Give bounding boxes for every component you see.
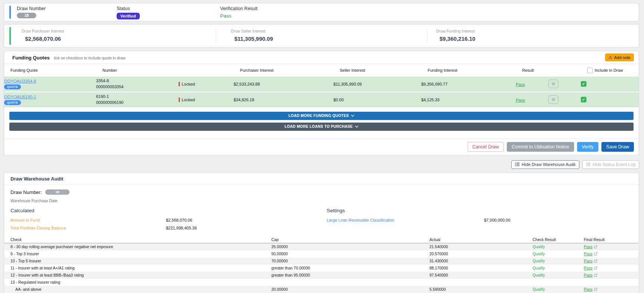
include-in-draw-checkbox[interactable]: ✓ [581,97,586,102]
draw-number-label: Draw Number [17,6,117,11]
row-purchaser-interest: $34,826.18 [234,98,333,102]
row-seller-interest: $11,305,990.09 [333,82,421,86]
quote-link[interactable]: ODYQAU6190-1 [4,95,36,99]
double-chevron-down-icon [551,98,556,102]
locked-icon [179,82,180,86]
funding-quotes-title-group: Funding Quotes tick on checkbox to inclu… [12,54,126,61]
col-include-in-draw: Include in Draw [595,68,623,73]
quote-number-long: 000000003354 [96,84,179,90]
warning-icon: ⚠ [608,55,612,60]
large-loan-classification-value: $7,000,000.00 [484,218,639,222]
check-actual: 31.430000 [429,259,533,263]
quote-link[interactable]: ODYQAU3354-8 [4,79,36,83]
check-cap: 50.00000 [271,252,429,256]
check-result: Qualify [533,266,584,270]
check-name: 11 - Insurer with at least A+/A1 rating [10,266,271,270]
check-cap: greater than 70.00000 [271,266,429,270]
expand-quote-button[interactable] [548,80,558,88]
check-result: Qualify [533,287,584,292]
check-row: 11 - Insurer with at least A+/A1 rating … [4,265,639,272]
check-name: 8 - 30 day rolling average purchaser neg… [10,244,271,249]
calculated-heading: Calculated [10,208,166,215]
lock-status: Locked [182,82,195,86]
draw-warehouse-audit-card: Draw Warehouse Audit Draw Number: 18 War… [4,173,639,293]
verify-button[interactable]: Verify [577,142,598,152]
total-portfolio-closing-balance-value: $221,998,405.36 [166,226,327,230]
external-link-icon [594,266,597,270]
large-loan-classification-link[interactable]: Large Loan Receivable Classification [327,218,394,222]
final-result-link[interactable]: Pass [584,266,592,270]
col-funding-interest: Funding Interest [428,68,522,73]
total-portfolio-closing-balance-link[interactable]: Total Portfolio Closing Balance [10,226,66,230]
draw-number-badge: 18 [17,13,36,18]
quote-number-long: 000000006190 [96,100,179,106]
final-result-link[interactable]: Pass [584,287,592,292]
checks-table: Check Cap Actual Check Result Final Resu… [4,237,639,293]
amount-to-fund-link[interactable]: Amount to Fund [10,218,40,222]
final-result-link[interactable]: Pass [584,244,592,249]
col-purchaser-interest: Purchaser Interest [240,68,340,73]
check-cap: 25.00000 [271,244,429,249]
expand-quote-button[interactable] [548,95,558,104]
external-link-icon [594,259,597,263]
check-row: 8 - 30 day rolling average purchaser neg… [4,243,639,250]
hide-audit-label: Hide Draw Warehouse Audit [522,162,576,167]
chevron-down-icon [351,115,354,117]
settings-heading: Settings [327,208,484,215]
check-name: 13 - Regulated insurer rating [10,280,271,284]
check-group-row: 13 - Regulated insurer rating [4,279,639,286]
lock-status: Locked [182,98,195,102]
col-number: Number [102,68,185,73]
col-result: Result [522,68,555,73]
load-more-loans-button[interactable]: LOAD MORE LOANS TO PURCHASE [9,123,634,131]
funding-quotes-title: Funding Quotes [12,55,50,61]
interest-summary-card: Draw Purchaser Interest $2,568,070.06 Dr… [4,24,639,47]
final-result-link[interactable]: Pass [584,273,592,277]
hide-status-event-log-button[interactable]: Hide Status Event Log [582,160,639,169]
locked-icon [179,98,180,102]
check-row: 10 - Top 5 Insurer 70.00000 31.430000 Qu… [4,257,639,265]
green-accent-bar [9,27,11,45]
funding-quote-row: ODYQAU6190-1 QUOTE 6190-1 000000006190 L… [4,92,639,108]
check-actual: 20.570000 [429,252,533,256]
final-result-link[interactable]: Pass [584,259,592,263]
panel-toggles-row: Hide Draw Warehouse Audit Hide Status Ev… [4,160,639,169]
include-in-draw-checkbox[interactable]: ✓ [581,81,586,87]
funding-quotes-card: Funding Quotes tick on checkbox to inclu… [4,51,639,155]
check-row: 9 - Top 3 Insurer 50.00000 20.570000 Qua… [4,250,639,257]
check-actual: 5.590000 [429,287,533,292]
row-funding-interest: $9,356,090.77 [421,82,516,86]
check-cap: 20.00000 [271,287,429,292]
col-seller-interest: Seller Interest [340,68,428,73]
result-pass-link[interactable]: Pass [516,82,525,87]
check-actual: 21.540000 [429,244,533,249]
funding-quotes-header-row: Funding Quote Number Purchaser Interest … [4,64,639,77]
seller-interest-value: $11,305,990.09 [234,36,427,42]
quote-badge: QUOTE [4,84,21,89]
col-actual: Actual [429,237,533,242]
final-result-link[interactable]: Pass [584,252,592,256]
funding-quote-row: ODYQAU3354-8 QUOTE 3354-8 000000003354 L… [4,77,639,92]
hide-draw-warehouse-audit-button[interactable]: Hide Draw Warehouse Audit [511,160,579,169]
draw-summary-card: Draw Number 18 Status Verified Verificat… [4,3,639,21]
include-all-checkbox[interactable] [587,68,593,73]
result-pass-link[interactable]: Pass [516,98,525,102]
external-link-icon [594,288,597,291]
commit-utilisation-notice-button[interactable]: Commit to Utilisation Notice [507,142,574,152]
load-more-funding-quotes-button[interactable]: LOAD MORE FUNDING QUOTES [9,112,634,120]
check-icon: ✓ [582,82,585,86]
save-draw-button[interactable]: Save Draw [601,142,634,152]
add-note-label: Add note [614,55,631,60]
hide-event-log-label: Hide Status Event Log [593,162,635,167]
col-check: Check [10,237,271,242]
check-actual: 97.540000 [429,273,533,277]
check-cap: greater than 95.00000 [271,273,429,277]
row-seller-interest: $0.00 [333,98,421,102]
quote-badge: QUOTE [4,100,21,105]
cancel-draw-button[interactable]: Cancel Draw [468,142,504,152]
external-link-icon [594,274,597,277]
blue-accent-bar [9,6,11,19]
col-cap: Cap [271,237,429,242]
add-note-button[interactable]: ⚠ Add note [605,53,634,61]
checks-header-row: Check Cap Actual Check Result Final Resu… [4,237,639,243]
